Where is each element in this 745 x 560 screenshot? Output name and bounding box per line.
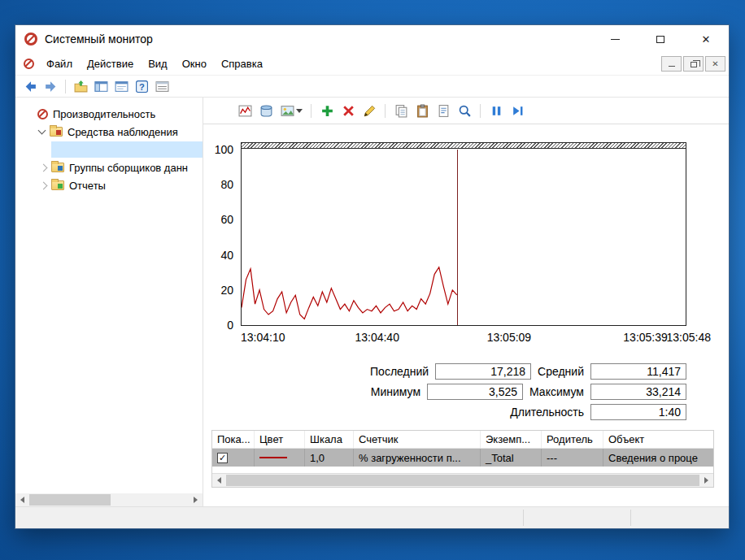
delete-counter-button[interactable] (339, 102, 357, 119)
tree-item-monitoring-tools[interactable]: Средства наблюдения (15, 123, 203, 141)
stat-maximum-label: Максимум (529, 385, 584, 398)
freeze-display-button[interactable] (487, 102, 505, 119)
column-header-counter[interactable]: Счетчик (354, 431, 481, 448)
scroll-right-button[interactable] (699, 474, 713, 487)
chart-frame (241, 142, 686, 326)
zoom-button[interactable] (455, 102, 473, 119)
show-hide-console-tree-button[interactable] (92, 77, 110, 95)
properties-icon (437, 104, 451, 118)
tree-item-data-collector-sets[interactable]: Группы сборщиков данн (15, 158, 203, 176)
scroll-left-icon (20, 497, 24, 503)
update-data-button[interactable] (508, 102, 526, 119)
console-tree-icon (94, 80, 108, 93)
app-menu-icon[interactable] (24, 59, 34, 69)
export-list-button[interactable] (153, 77, 171, 95)
chart-plot-area[interactable] (242, 150, 686, 325)
statistics-panel: Последний 17,218 Средний 11,417 Минимум … (203, 363, 686, 420)
play-step-icon (511, 104, 525, 118)
x-tick: 13:05:09 (487, 331, 532, 344)
column-header-instance[interactable]: Экземп... (481, 431, 542, 448)
up-one-level-button[interactable] (72, 77, 89, 95)
close-icon: ✕ (702, 33, 711, 46)
legend-color-sample (259, 457, 287, 458)
tree-item-label: Отчеты (69, 180, 106, 192)
menu-bar: Файл Действие Вид Окно Справка ✕ (15, 53, 729, 76)
menu-window[interactable]: Окно (175, 54, 214, 73)
change-graph-type-button[interactable] (278, 102, 304, 119)
mdi-close-icon: ✕ (712, 59, 718, 68)
scrollbar-thumb[interactable] (226, 475, 699, 486)
main-area: Производительность Средства наблюдения Г… (15, 98, 729, 506)
close-button[interactable]: ✕ (683, 25, 729, 53)
legend-horizontal-scrollbar[interactable] (212, 473, 713, 487)
tree-item-system-monitor-selected[interactable] (15, 141, 203, 158)
paste-icon (416, 104, 429, 118)
menu-action[interactable]: Действие (80, 54, 141, 73)
copy-properties-button[interactable] (392, 102, 410, 119)
view-log-data-button[interactable] (257, 102, 275, 119)
paste-counter-list-button[interactable] (413, 102, 431, 119)
chart-cursor[interactable] (457, 150, 458, 325)
legend-empty-space (212, 467, 713, 473)
monitoring-tools-folder-icon (50, 127, 63, 137)
menu-view[interactable]: Вид (141, 54, 175, 73)
x-axis-labels: 13:04:10 13:04:40 13:05:09 13:05:39 13:0… (241, 328, 686, 345)
toolbar-separator (385, 104, 386, 118)
mdi-restore-button[interactable] (683, 56, 704, 72)
column-header-color[interactable]: Цвет (255, 431, 305, 448)
folder-badge (58, 184, 63, 189)
counter-row[interactable]: 1,0 % загруженности п... _Total --- Свед… (212, 449, 713, 467)
console-window-button[interactable] (112, 77, 130, 95)
export-list-icon (155, 80, 169, 93)
column-header-parent[interactable]: Родитель (542, 431, 603, 448)
back-button[interactable] (21, 77, 39, 95)
stat-average-value: 11,417 (590, 363, 686, 380)
y-tick: 100 (215, 143, 233, 156)
forward-button[interactable] (41, 77, 59, 95)
add-icon (320, 104, 334, 118)
highlight-button[interactable] (360, 102, 378, 119)
counter-name: % загруженности п... (354, 449, 481, 467)
minimize-icon (611, 39, 620, 40)
console-tree-panel: Производительность Средства наблюдения Г… (15, 98, 203, 506)
tree-selection-highlight[interactable] (51, 141, 203, 158)
scrollbar-thumb[interactable] (29, 494, 111, 506)
up-folder-icon (74, 80, 88, 93)
maximize-button[interactable] (638, 25, 683, 53)
tree-horizontal-scrollbar[interactable] (15, 493, 203, 506)
perfmon-window: Системный монитор ✕ Файл Действие Вид Ок… (15, 24, 730, 529)
title-bar[interactable]: Системный монитор ✕ (15, 25, 729, 53)
minimize-button[interactable] (592, 25, 638, 53)
stat-minimum-value: 3,525 (427, 384, 523, 400)
add-counter-button[interactable] (318, 102, 336, 119)
scroll-left-button[interactable] (212, 474, 226, 487)
counter-legend: Пока... Цвет Шкала Счетчик Экземп... Род… (211, 430, 714, 488)
mdi-close-button[interactable]: ✕ (705, 56, 725, 72)
scroll-right-icon (194, 497, 198, 503)
menu-file[interactable]: Файл (39, 54, 80, 73)
y-tick: 40 (220, 249, 233, 262)
scroll-left-button[interactable] (15, 493, 29, 506)
toolbar-separator (65, 80, 66, 93)
folder-badge (56, 130, 61, 135)
menu-help[interactable]: Справка (214, 54, 270, 73)
performance-monitor-icon (24, 33, 37, 46)
y-tick: 20 (220, 284, 233, 297)
chevron-down-icon[interactable] (38, 126, 46, 134)
scroll-right-button[interactable] (189, 493, 203, 506)
mdi-minimize-button[interactable] (661, 56, 682, 72)
chevron-right-icon[interactable] (40, 163, 48, 171)
y-tick: 60 (220, 213, 233, 226)
view-current-activity-button[interactable] (236, 102, 254, 119)
show-counter-checkbox[interactable] (217, 453, 228, 463)
column-header-scale[interactable]: Шкала (305, 431, 354, 448)
help-button[interactable]: ? (133, 77, 150, 95)
tree-item-performance[interactable]: Производительность (15, 105, 203, 123)
properties-button[interactable] (434, 102, 452, 119)
chevron-right-icon[interactable] (40, 181, 48, 189)
column-header-show[interactable]: Пока... (212, 431, 255, 448)
column-header-object[interactable]: Объект (603, 431, 713, 448)
y-tick: 80 (220, 178, 233, 191)
graph-type-icon (281, 104, 294, 118)
tree-item-reports[interactable]: Отчеты (15, 176, 203, 194)
